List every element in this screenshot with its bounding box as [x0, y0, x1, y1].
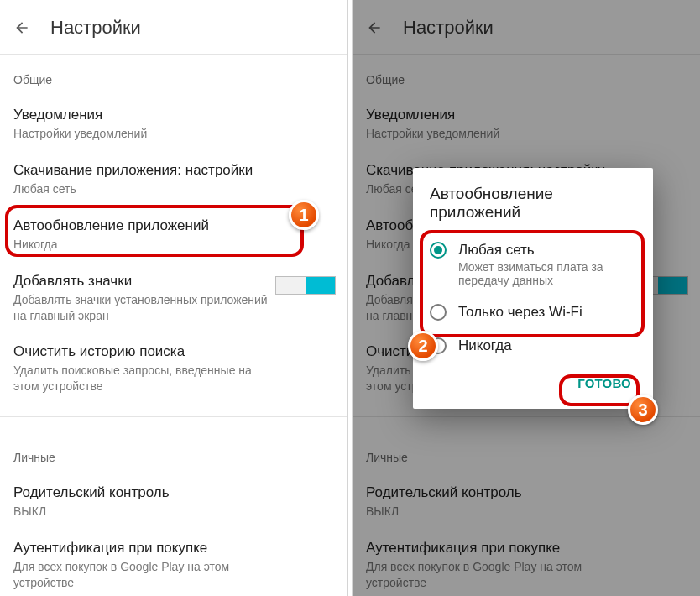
- settings-list[interactable]: Общие Уведомления Настройки уведомлений …: [0, 55, 347, 596]
- item-title: Аутентификация при покупке: [13, 540, 334, 557]
- pane-settings: Настройки Общие Уведомления Настройки ув…: [0, 0, 347, 596]
- option-never[interactable]: Никогда: [413, 329, 653, 363]
- spacer: [0, 417, 347, 432]
- item-sub: ВЫКЛ: [13, 504, 274, 520]
- item-download-prefs[interactable]: Скачивание приложения: настройки Любая с…: [0, 154, 347, 209]
- radio-icon[interactable]: [430, 304, 447, 321]
- autoupdate-dialog: Автообновление приложений Любая сеть Мож…: [413, 168, 653, 409]
- item-title: Скачивание приложения: настройки: [13, 162, 334, 179]
- item-sub: Любая сеть: [13, 181, 274, 197]
- section-personal: Личные: [0, 432, 347, 476]
- item-sub: Для всех покупок в Google Play на этом у…: [13, 559, 274, 591]
- done-button[interactable]: ГОТОВО: [569, 371, 640, 395]
- option-wifi-only[interactable]: Только через Wi-Fi: [413, 295, 653, 329]
- item-parental[interactable]: Родительский контроль ВЫКЛ: [0, 476, 347, 531]
- add-icons-switch[interactable]: [275, 276, 336, 295]
- section-general: Общие: [0, 55, 347, 98]
- radio-icon[interactable]: [430, 242, 447, 259]
- item-notifications[interactable]: Уведомления Настройки уведомлений: [0, 98, 347, 154]
- radio-icon[interactable]: [430, 337, 447, 354]
- item-title: Родительский контроль: [13, 484, 334, 501]
- dialog-actions: ГОТОВО: [413, 363, 653, 400]
- item-title: Уведомления: [13, 107, 334, 123]
- item-sub: Настройки уведомлений: [13, 126, 274, 142]
- item-auth[interactable]: Аутентификация при покупке Для всех поку…: [0, 531, 347, 596]
- option-label: Любая сеть: [458, 242, 636, 259]
- item-title: Очистить историю поиска: [13, 343, 334, 360]
- page-title: Настройки: [50, 17, 141, 39]
- option-any-network[interactable]: Любая сеть Может взиматься плата за пере…: [413, 233, 653, 295]
- option-sub: Может взиматься плата за передачу данных: [458, 260, 636, 287]
- item-sub: Никогда: [13, 237, 274, 253]
- item-title: Автообновление приложений: [13, 217, 334, 234]
- item-autoupdate[interactable]: Автообновление приложений Никогда: [0, 209, 347, 264]
- dialog-title: Автообновление приложений: [413, 185, 653, 233]
- pane-settings-dialog: Настройки Общие Уведомления Настройки ув…: [353, 0, 700, 596]
- option-label: Никогда: [458, 337, 512, 354]
- back-arrow-icon[interactable]: [13, 19, 30, 36]
- app-header: Настройки: [0, 0, 347, 55]
- item-clear-history[interactable]: Очистить историю поиска Удалить поисковы…: [0, 335, 347, 406]
- item-sub: Добавлять значки установленных приложени…: [13, 292, 274, 324]
- item-add-icons[interactable]: Добавлять значки Добавлять значки устано…: [0, 264, 347, 336]
- option-label: Только через Wi-Fi: [458, 304, 582, 321]
- item-sub: Удалить поисковые запросы, введенные на …: [13, 363, 274, 395]
